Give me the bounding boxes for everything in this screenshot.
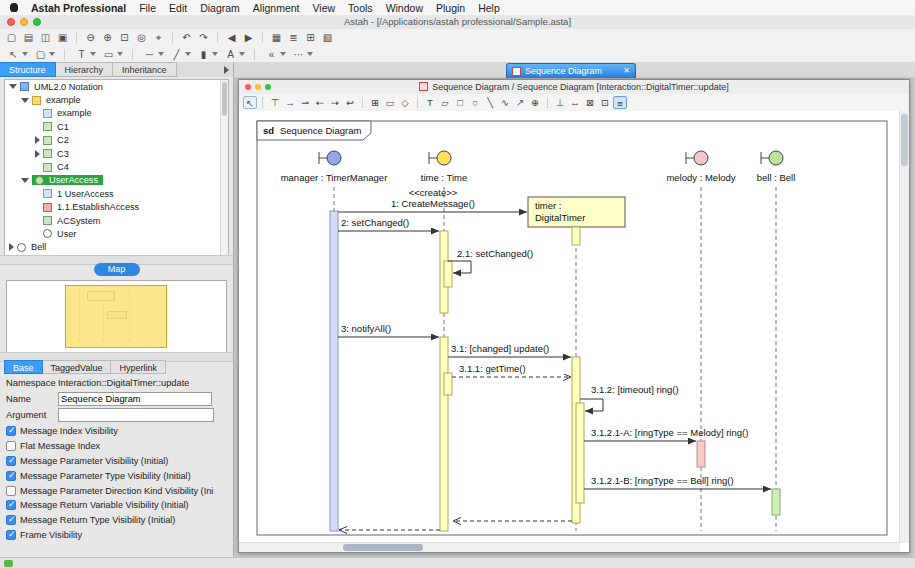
save-icon[interactable]: ◫ (38, 31, 53, 44)
lifeline-tool-icon[interactable]: ⊤ (268, 96, 282, 109)
text-tool-icon[interactable]: T (423, 96, 437, 109)
distribute-icon[interactable]: ↔ (568, 96, 582, 109)
tree-item[interactable]: User (5, 227, 228, 240)
line-tool-icon[interactable]: ╲ (483, 96, 497, 109)
zoom-fit-icon[interactable]: ⊡ (117, 31, 132, 44)
expander-open-icon[interactable] (9, 84, 17, 89)
menu-tools[interactable]: Tools (348, 2, 373, 14)
tree-item[interactable]: UML2.0 Notation (5, 80, 228, 93)
align-top-icon[interactable]: ⊥ (553, 96, 567, 109)
message-label[interactable]: 3: notifyAll() (341, 323, 391, 334)
state-invariant-tool-icon[interactable]: ◇ (398, 96, 412, 109)
tree-scrollbar-thumb[interactable] (222, 82, 227, 116)
print-icon[interactable]: ▣ (55, 31, 70, 44)
arrow-tool-icon[interactable]: ↗ (513, 96, 527, 109)
table-icon[interactable]: ⊞ (303, 31, 318, 44)
tree-item[interactable]: C4 (5, 160, 228, 173)
sync-message-tool-icon[interactable]: → (283, 96, 297, 109)
undo-icon[interactable]: ↶ (179, 31, 194, 44)
zoom-in-icon[interactable]: ⊕ (100, 31, 115, 44)
note-tool[interactable]: ▭ (101, 48, 123, 61)
menu-help[interactable]: Help (478, 2, 500, 14)
menu-file[interactable]: File (139, 2, 156, 14)
vertical-scrollbar[interactable] (899, 111, 909, 543)
checkbox[interactable] (6, 456, 16, 466)
tree-item[interactable]: ACSystem (5, 214, 228, 227)
option-row[interactable]: Message Parameter Direction Kind Visibil… (0, 483, 233, 498)
expander-closed-icon[interactable] (35, 136, 40, 144)
expander-closed-icon[interactable] (35, 150, 40, 158)
diagram-canvas[interactable]: sd Sequence Diagram manager : TimerManag… (239, 111, 900, 543)
select-tool-icon[interactable]: ↖ (243, 96, 257, 109)
self-message-tool-icon[interactable]: ↩ (343, 96, 357, 109)
tree-item[interactable]: example (5, 93, 228, 106)
checkbox[interactable] (6, 486, 16, 496)
tree-item[interactable]: example (5, 107, 228, 120)
new-file-icon[interactable]: ▢ (4, 31, 19, 44)
tab-inheritance[interactable]: Inheritance (113, 62, 177, 77)
line-style-tool[interactable]: ─ (142, 48, 164, 61)
option-row[interactable]: Message Index Visibility (0, 424, 233, 439)
checkbox[interactable] (6, 441, 16, 451)
apple-menu-icon[interactable] (10, 3, 18, 12)
open-file-icon[interactable]: ▤ (21, 31, 36, 44)
grid-snap-icon[interactable]: ≡ (613, 96, 627, 109)
lifeline-bell[interactable]: bell : Bell (757, 151, 796, 531)
create-message-tool-icon[interactable]: ⇢ (328, 96, 342, 109)
activation-manager[interactable] (330, 211, 338, 531)
message-ring-bell[interactable]: 3.1.2.1-B: [ringType == Bell] ring() (584, 475, 771, 489)
tree-item-selected[interactable]: UserAccess (5, 174, 228, 187)
message-notifyall[interactable]: 3: notifyAll() (338, 323, 439, 337)
menu-plugin[interactable]: Plugin (436, 2, 465, 14)
tab-sequence-diagram[interactable]: Sequence Diagram ✕ (506, 63, 636, 78)
message-setchanged-self[interactable]: 2.1: setChanged() (448, 248, 533, 273)
map-button[interactable]: Map (94, 263, 140, 276)
checkbox[interactable] (6, 426, 16, 436)
expander-closed-icon[interactable] (9, 243, 14, 251)
tree-item[interactable]: 1.1.EstablishAccess (5, 201, 228, 214)
tab-close-icon[interactable]: ✕ (623, 67, 630, 75)
message-gettime[interactable]: 3.1.1: getTime() (452, 363, 571, 377)
option-row[interactable]: Frame Visibility (0, 528, 233, 543)
tab-structure[interactable]: Structure (0, 62, 56, 77)
message-label[interactable]: 2: setChanged() (341, 217, 409, 228)
message-label[interactable]: 1: CreateMessage() (391, 198, 475, 209)
rect-tool-icon[interactable]: □ (453, 96, 467, 109)
checkbox[interactable] (6, 515, 16, 525)
message-label[interactable]: 3.1.2.1-A: [ringType == Melody] ring() (591, 427, 748, 438)
activation-timer-create[interactable] (572, 227, 580, 245)
horizontal-scrollbar[interactable] (239, 542, 900, 552)
menu-diagram[interactable]: Diagram (200, 2, 240, 14)
checkbox[interactable] (6, 471, 16, 481)
menu-alignment[interactable]: Alignment (253, 2, 300, 14)
forward-icon[interactable]: ▶ (241, 31, 256, 44)
lifeline-label[interactable]: melody : Melody (666, 172, 735, 183)
back-icon[interactable]: ◀ (224, 31, 239, 44)
message-timeout-ring-self[interactable]: 3.1.2: [timeout] ring() (580, 384, 679, 411)
message-label[interactable]: 3.1.2: [timeout] ring() (591, 384, 679, 395)
marquee-tool[interactable]: ▢ (33, 48, 55, 61)
lifeline-label[interactable]: time : Time (421, 172, 467, 183)
tab-base[interactable]: Base (4, 360, 43, 374)
resize-icon[interactable]: ⊠ (583, 96, 597, 109)
tree-scrollbar[interactable] (220, 80, 228, 257)
message-ring-melody[interactable]: 3.1.2.1-A: [ringType == Melody] ring() (584, 427, 748, 441)
note-tool-icon[interactable]: ▱ (438, 96, 452, 109)
zoom-out-icon[interactable]: ⊖ (83, 31, 98, 44)
tab-taggedvalue[interactable]: TaggedValue (43, 360, 112, 374)
grid-icon[interactable]: ▦ (269, 31, 284, 44)
redo-icon[interactable]: ↷ (196, 31, 211, 44)
map-panel[interactable] (6, 280, 227, 353)
checkbox[interactable] (6, 500, 16, 510)
menu-window[interactable]: Window (386, 2, 423, 14)
option-row[interactable]: Flat Message Index (0, 439, 233, 454)
pan-icon[interactable]: ⌖ (151, 31, 166, 44)
option-row[interactable]: Message Parameter Visibility (Initial) (0, 454, 233, 469)
map-viewport[interactable] (65, 285, 167, 348)
curve-tool-icon[interactable]: ∿ (498, 96, 512, 109)
argument-field[interactable] (58, 408, 214, 422)
object-name-line2[interactable]: DigitalTimer (535, 212, 585, 223)
checkbox[interactable] (6, 530, 16, 540)
text-tool[interactable]: T (74, 48, 96, 61)
tab-hierarchy[interactable]: Hierarchy (56, 62, 114, 77)
